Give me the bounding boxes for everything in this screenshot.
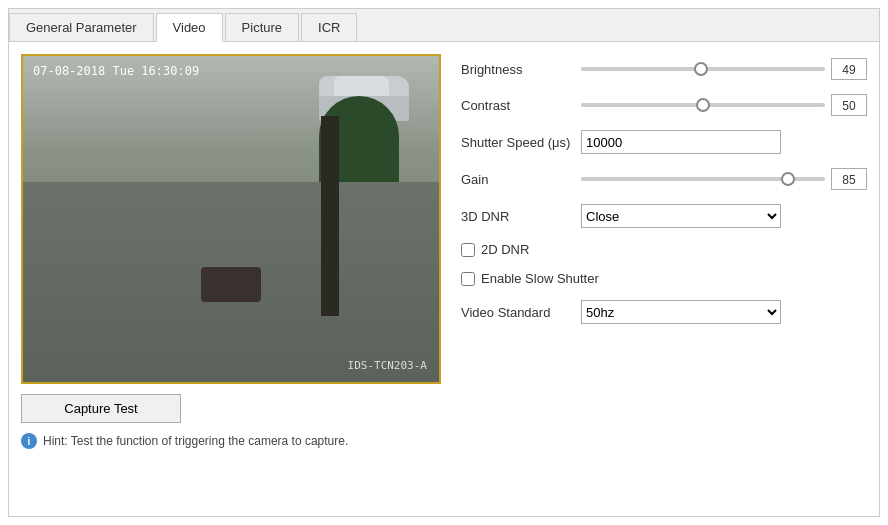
brightness-value: 49 xyxy=(831,58,867,80)
shutter-speed-input[interactable] xyxy=(581,130,781,154)
2d-dnr-checkbox[interactable] xyxy=(461,243,475,257)
2d-dnr-label: 2D DNR xyxy=(481,242,529,257)
gain-value: 85 xyxy=(831,168,867,190)
fence-post xyxy=(321,116,339,316)
main-container: General Parameter Video Picture ICR xyxy=(8,8,880,517)
3d-dnr-select[interactable]: Close Low Medium High xyxy=(581,204,781,228)
camera-preview-column: 07-08-2018 Tue 16:30:09 IDS-TCN203-A Cap… xyxy=(21,54,441,449)
controls-panel: Brightness 49 Contrast 50 xyxy=(461,54,867,449)
gain-slider-container: 85 xyxy=(581,168,867,190)
contrast-label: Contrast xyxy=(461,98,581,113)
contrast-value: 50 xyxy=(831,94,867,116)
brightness-row: Brightness 49 xyxy=(461,58,867,80)
tab-general-parameter[interactable]: General Parameter xyxy=(9,13,154,41)
3d-dnr-row: 3D DNR Close Low Medium High xyxy=(461,204,867,228)
3d-dnr-label: 3D DNR xyxy=(461,209,581,224)
enable-slow-shutter-checkbox[interactable] xyxy=(461,272,475,286)
enable-slow-shutter-label: Enable Slow Shutter xyxy=(481,271,599,286)
road-scene xyxy=(23,56,439,382)
contrast-slider-container: 50 xyxy=(581,94,867,116)
camera-image: 07-08-2018 Tue 16:30:09 IDS-TCN203-A xyxy=(21,54,441,384)
hint-icon: i xyxy=(21,433,37,449)
hint-text: Hint: Test the function of triggering th… xyxy=(43,434,348,448)
capture-test-button[interactable]: Capture Test xyxy=(21,394,181,423)
camera-label: IDS-TCN203-A xyxy=(348,359,427,372)
contrast-slider-track[interactable] xyxy=(581,103,825,107)
tab-icr[interactable]: ICR xyxy=(301,13,357,41)
2d-dnr-row: 2D DNR xyxy=(461,242,867,257)
brightness-slider-container: 49 xyxy=(581,58,867,80)
tab-picture[interactable]: Picture xyxy=(225,13,299,41)
gain-slider-track[interactable] xyxy=(581,177,825,181)
camera-timestamp: 07-08-2018 Tue 16:30:09 xyxy=(33,64,199,78)
road-surface xyxy=(23,182,439,382)
contrast-row: Contrast 50 xyxy=(461,94,867,116)
video-standard-label: Video Standard xyxy=(461,305,581,320)
gain-row: Gain 85 xyxy=(461,168,867,190)
tab-video[interactable]: Video xyxy=(156,13,223,42)
brightness-label: Brightness xyxy=(461,62,581,77)
video-standard-select[interactable]: 50hz 60hz xyxy=(581,300,781,324)
content-area: 07-08-2018 Tue 16:30:09 IDS-TCN203-A Cap… xyxy=(9,42,879,461)
hint-area: i Hint: Test the function of triggering … xyxy=(21,433,441,449)
shutter-speed-label: Shutter Speed (μs) xyxy=(461,135,581,150)
slow-shutter-row: Enable Slow Shutter xyxy=(461,271,867,286)
road-marking xyxy=(201,267,261,302)
video-standard-row: Video Standard 50hz 60hz xyxy=(461,300,867,324)
gain-label: Gain xyxy=(461,172,581,187)
brightness-slider-track[interactable] xyxy=(581,67,825,71)
tab-bar: General Parameter Video Picture ICR xyxy=(9,9,879,42)
shutter-speed-row: Shutter Speed (μs) xyxy=(461,130,867,154)
